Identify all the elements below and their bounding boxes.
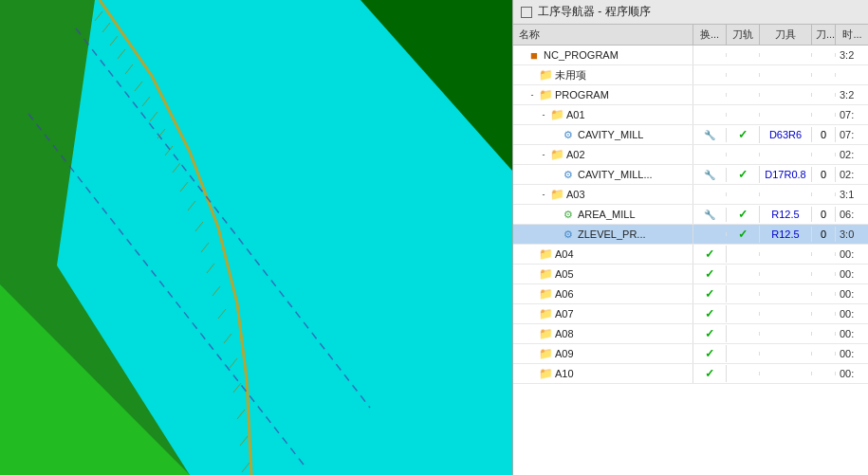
row-tool <box>760 113 812 117</box>
tree-row[interactable]: 📁A05✓00: <box>513 265 868 284</box>
node-icon: 📁 <box>538 67 553 82</box>
toolpath-check-icon: ✓ <box>738 228 748 241</box>
row-change <box>693 113 727 117</box>
row-name-cell: 📁A07 <box>513 304 693 323</box>
row-change: 🔧 <box>693 128 727 142</box>
row-toolpath: ✓ <box>727 206 760 223</box>
tree-row[interactable]: ⚙ZLEVEL_PR...✓R12.503:0 <box>513 225 868 245</box>
row-change: ✓ <box>693 365 727 382</box>
node-label: ZLEVEL_PR... <box>578 228 646 240</box>
row-toolpath <box>727 192 760 196</box>
expand-btn[interactable]: - <box>538 149 549 160</box>
row-name-cell: -📁A03 <box>513 185 693 204</box>
column-headers: 名称 换... 刀轨 刀具 刀... 时... <box>513 25 868 46</box>
node-label: A04 <box>555 248 574 260</box>
row-change: ✓ <box>693 325 727 342</box>
change-check-icon: ✓ <box>705 287 714 301</box>
row-change: ✓ <box>693 305 727 322</box>
row-tool <box>760 73 812 77</box>
row-toolpath <box>727 73 760 77</box>
panel-title: 工序导航器 - 程序顺序 <box>538 4 651 20</box>
row-blade <box>812 372 836 375</box>
row-change: ✓ <box>693 246 727 263</box>
row-name-cell: ■NC_PROGRAM <box>513 46 693 64</box>
tree-container[interactable]: 名称 换... 刀轨 刀具 刀... 时... ■NC_PROGRAM3:2📁未… <box>513 25 868 475</box>
row-change: ✓ <box>693 285 727 302</box>
tree-row[interactable]: -📁A033:1 <box>513 185 868 205</box>
row-name-cell: ⚙AREA_MILL <box>513 205 693 224</box>
row-change: ✓ <box>693 345 727 362</box>
tree-row[interactable]: -📁A0202: <box>513 145 868 165</box>
tree-row[interactable]: -📁A0107: <box>513 105 868 125</box>
row-toolpath <box>727 272 760 276</box>
col-tool-header: 刀具 <box>760 25 812 45</box>
row-time: 3:0 <box>836 227 868 242</box>
node-icon: 📁 <box>538 366 553 381</box>
change-check-icon: ✓ <box>705 367 714 380</box>
row-tool <box>760 272 812 276</box>
col-blade-header: 刀... <box>812 25 836 45</box>
tree-row[interactable]: ⚙CAVITY_MILL🔧✓D63R6007: <box>513 125 868 145</box>
tree-row[interactable]: 📁A06✓00: <box>513 284 868 304</box>
tree-row[interactable]: -📁PROGRAM3:2 <box>513 85 868 105</box>
node-icon: 📁 <box>538 247 553 262</box>
row-blade: 0 <box>812 227 836 242</box>
row-blade: 0 <box>812 207 836 222</box>
toolpath-check-icon: ✓ <box>738 128 748 141</box>
node-icon: 📁 <box>549 107 564 122</box>
row-toolpath <box>727 372 760 375</box>
row-time: 06: <box>836 207 868 222</box>
row-name-cell: ⚙CAVITY_MILL... <box>513 165 693 184</box>
change-check-icon: ✓ <box>705 327 714 340</box>
expand-btn[interactable]: - <box>526 89 538 100</box>
row-toolpath <box>727 312 760 316</box>
row-toolpath: ✓ <box>727 126 760 143</box>
col-name-header: 名称 <box>513 25 693 45</box>
row-time: 00: <box>836 366 868 381</box>
node-label: A01 <box>566 109 585 120</box>
row-name-cell: 📁A08 <box>513 324 693 343</box>
row-toolpath <box>727 332 760 336</box>
tree-row[interactable]: 📁A07✓00: <box>513 304 868 324</box>
row-time: 00: <box>836 286 868 301</box>
row-time: 00: <box>836 247 868 262</box>
tree-row[interactable]: 📁A09✓00: <box>513 344 868 364</box>
change-check-icon: ✓ <box>705 247 714 261</box>
row-change <box>693 153 727 156</box>
cad-viewport[interactable] <box>0 0 512 475</box>
tree-row[interactable]: 📁A08✓00: <box>513 324 868 344</box>
row-toolpath <box>727 113 760 117</box>
panel-header: 工序导航器 - 程序顺序 <box>513 0 868 25</box>
tree-row[interactable]: 📁A10✓00: <box>513 364 868 384</box>
row-time: 02: <box>836 167 868 182</box>
expand-btn[interactable]: - <box>538 189 549 200</box>
node-icon: ⚙ <box>561 227 576 242</box>
row-blade: 0 <box>812 167 836 182</box>
tree-row[interactable]: 📁A04✓00: <box>513 245 868 265</box>
change-check-icon: ✓ <box>705 307 714 320</box>
node-icon: 📁 <box>538 326 553 341</box>
row-change: 🔧 <box>693 208 727 222</box>
row-change <box>693 73 727 77</box>
panel-checkbox[interactable] <box>521 7 532 18</box>
node-icon: 📁 <box>549 147 564 162</box>
node-icon: 📁 <box>538 286 553 301</box>
node-label: CAVITY_MILL <box>578 129 644 140</box>
row-name-cell: -📁A02 <box>513 145 693 164</box>
tree-row[interactable]: ⚙AREA_MILL🔧✓R12.5006: <box>513 205 868 225</box>
row-name-cell: -📁A01 <box>513 105 693 124</box>
row-name-cell: 📁A10 <box>513 364 693 383</box>
expand-btn[interactable]: - <box>538 109 549 120</box>
row-name-cell: 📁A09 <box>513 344 693 363</box>
row-tool <box>760 252 812 256</box>
row-tool <box>760 93 812 97</box>
row-blade <box>812 93 836 97</box>
row-time: 00: <box>836 346 868 361</box>
tree-row[interactable]: ■NC_PROGRAM3:2 <box>513 46 868 65</box>
tree-row[interactable]: 📁未用项 <box>513 65 868 85</box>
node-label: CAVITY_MILL... <box>578 169 653 180</box>
tree-row[interactable]: ⚙CAVITY_MILL...🔧✓D17R0.8002: <box>513 165 868 185</box>
change-check-icon: ✓ <box>705 347 714 360</box>
row-tool: D63R6 <box>760 127 812 142</box>
row-tool <box>760 352 812 356</box>
